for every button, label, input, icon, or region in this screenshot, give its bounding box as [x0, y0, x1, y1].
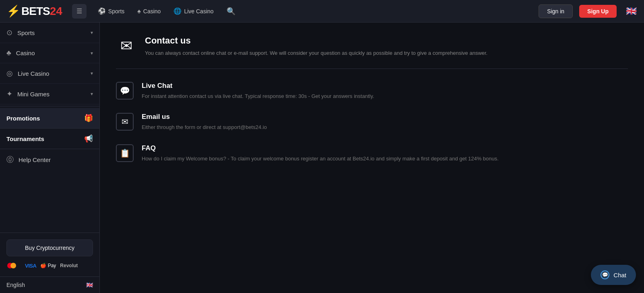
nav-livecasino-button[interactable]: 🌐 Live Casino — [169, 4, 218, 18]
livechat-icon: 💬 — [120, 86, 130, 96]
nav-sports-button[interactable]: ⚽ Sports — [93, 4, 129, 18]
chat-bubble-icon: 💬 — [601, 270, 609, 279]
sidebar-item-tournaments[interactable]: Tournaments 📢 — [0, 128, 99, 149]
contact-header-icon-box: ✉ — [116, 35, 137, 56]
sidebar-casino-label: Casino — [16, 50, 35, 56]
sidebar-item-helpcenter[interactable]: ⓪ Help Center — [0, 149, 99, 170]
minigames-chevron: ▾ — [91, 91, 93, 97]
sidebar-item-minigames[interactable]: ✦ Mini Games ▾ — [0, 84, 99, 104]
contact-header-text: Contact us You can always contact online… — [145, 35, 487, 57]
faq-section: 📋 FAQ How do I claim my Welcome bonus? -… — [116, 144, 628, 163]
sidebar-sports-label: Sports — [17, 29, 35, 36]
help-label: Help Center — [19, 156, 51, 163]
flag-emoji: 🇬🇧 — [626, 6, 637, 17]
email-description: Either through the form or direct at sup… — [142, 123, 267, 131]
email-title: Email us — [142, 113, 267, 121]
buy-crypto-button[interactable]: Buy Cryptocurrency — [6, 239, 93, 256]
faq-description: How do I claim my Welcome bonus? - To cl… — [142, 155, 499, 163]
casino-chevron: ▾ — [91, 50, 93, 56]
language-selector[interactable]: English 🇬🇧 — [0, 276, 99, 293]
faq-title: FAQ — [142, 144, 499, 152]
sidebar-item-casino[interactable]: ♣ Casino ▾ — [0, 43, 99, 63]
livecasino-nav-icon: 🌐 — [173, 7, 182, 15]
email-section-icon: ✉ — [116, 113, 134, 131]
contact-title: Contact us — [145, 35, 487, 46]
contact-envelope-icon: ✉ — [120, 37, 132, 54]
livechat-section: 💬 Live Chat For instant attention contac… — [116, 82, 628, 100]
contact-header: ✉ Contact us You can always contact onli… — [116, 35, 628, 69]
faq-section-icon: 📋 — [116, 144, 134, 162]
faq-icon: 📋 — [120, 148, 130, 158]
livecasino-nav-label: Live Casino — [184, 8, 213, 15]
signup-button[interactable]: Sign Up — [579, 5, 617, 18]
sports-nav-icon: ⚽ — [98, 7, 106, 15]
sidebar-divider-1 — [0, 106, 99, 106]
mastercard-icon — [7, 261, 21, 270]
sidebar-minigames-label: Mini Games — [17, 91, 50, 98]
minigames-icon: ✦ — [6, 89, 12, 98]
language-flag[interactable]: 🇬🇧 — [625, 5, 638, 18]
nav-casino-button[interactable]: ♠ Casino — [132, 4, 165, 18]
livechat-description: For instant attention contact us via liv… — [142, 92, 374, 100]
chat-button-label: Chat — [613, 272, 626, 278]
revolut-icon: Revolut — [60, 263, 78, 268]
sports-nav-label: Sports — [108, 8, 124, 15]
sidebar-livecasino-label: Live Casino — [18, 70, 49, 77]
logo: ⚡ BETS 24 — [6, 4, 62, 18]
casino-nav-label: Casino — [143, 8, 161, 15]
tournaments-label: Tournaments — [6, 135, 44, 142]
search-button[interactable]: 🔍 — [223, 4, 239, 19]
contact-description: You can always contact online chat or e-… — [145, 49, 487, 57]
sidebar-item-promotions[interactable]: Promotions 🎁 — [0, 108, 99, 128]
email-text: Email us Either through the form or dire… — [142, 113, 267, 131]
promotions-label: Promotions — [6, 115, 40, 122]
sidebar-item-livecasino[interactable]: ◎ Live Casino ▾ — [0, 63, 99, 84]
logo-bets: BETS — [21, 5, 50, 18]
faq-text: FAQ How do I claim my Welcome bonus? - T… — [142, 144, 499, 163]
logo-24: 24 — [50, 5, 62, 18]
hamburger-button[interactable]: ☰ — [72, 4, 87, 19]
sidebar-nav: ⊙ Sports ▾ ♣ Casino ▾ ◎ Live Casino ▾ — [0, 23, 99, 233]
sidebar-item-sports[interactable]: ⊙ Sports ▾ — [0, 23, 99, 43]
livechat-text: Live Chat For instant attention contact … — [142, 82, 374, 100]
language-flag-sidebar: 🇬🇧 — [86, 282, 93, 288]
logo-bolt: ⚡ — [6, 4, 21, 18]
sidebar: ⊙ Sports ▾ ♣ Casino ▾ ◎ Live Casino ▾ — [0, 23, 100, 293]
sports-icon: ⊙ — [6, 28, 12, 37]
applepay-icon: 🍎 Pay — [40, 263, 56, 268]
signin-button[interactable]: Sign in — [539, 4, 573, 18]
main-layout: ⊙ Sports ▾ ♣ Casino ▾ ◎ Live Casino ▾ — [0, 23, 644, 293]
casino-icon: ♣ — [6, 49, 11, 57]
sidebar-bottom: Buy Cryptocurrency VISA 🍎 Pay Revolut — [0, 233, 99, 276]
email-icon: ✉ — [122, 117, 128, 127]
visa-icon: VISA — [25, 263, 36, 269]
livechat-section-icon: 💬 — [116, 82, 134, 100]
sports-chevron: ▾ — [91, 30, 93, 35]
tournaments-icon: 📢 — [84, 134, 93, 143]
livecasino-chevron: ▾ — [91, 71, 93, 76]
payment-icons: VISA 🍎 Pay Revolut — [6, 261, 93, 270]
promotions-icon: 🎁 — [84, 114, 93, 123]
livechat-title: Live Chat — [142, 82, 374, 90]
casino-nav-icon: ♠ — [137, 8, 141, 15]
language-label: English — [6, 282, 25, 288]
help-icon: ⓪ — [6, 155, 14, 164]
livecasino-icon: ◎ — [6, 69, 13, 78]
chat-button[interactable]: 💬 Chat — [591, 265, 636, 285]
header: ⚡ BETS 24 ☰ ⚽ Sports ♠ Casino 🌐 Live Cas… — [0, 0, 644, 23]
email-section: ✉ Email us Either through the form or di… — [116, 113, 628, 131]
main-content: ✉ Contact us You can always contact onli… — [100, 23, 644, 293]
